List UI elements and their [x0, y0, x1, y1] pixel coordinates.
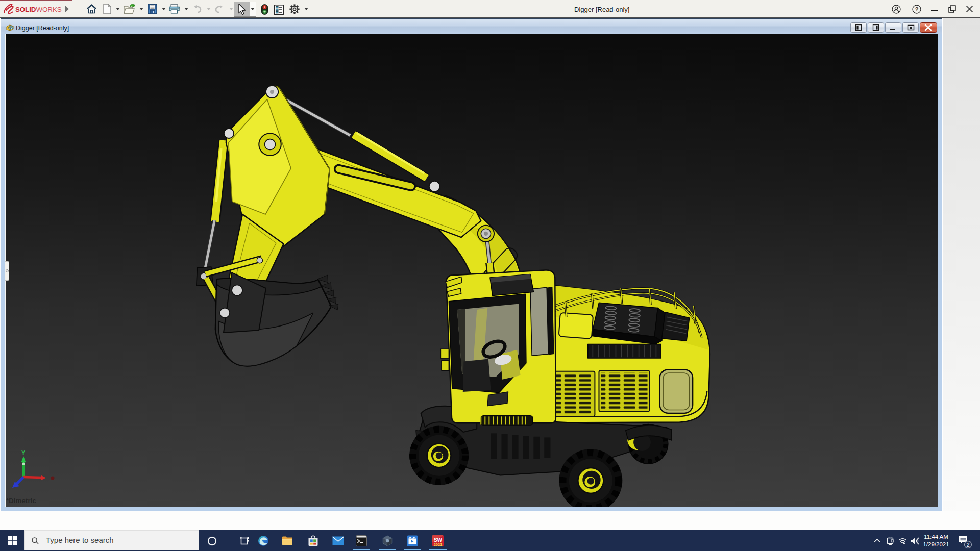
svg-text:2: 2 — [966, 542, 969, 548]
svg-text:WORKS: WORKS — [36, 6, 62, 13]
svg-text:Y: Y — [21, 449, 26, 456]
svg-text:SOLID: SOLID — [15, 6, 36, 13]
svg-text:?: ? — [915, 6, 919, 12]
svg-text:2021: 2021 — [434, 542, 443, 547]
